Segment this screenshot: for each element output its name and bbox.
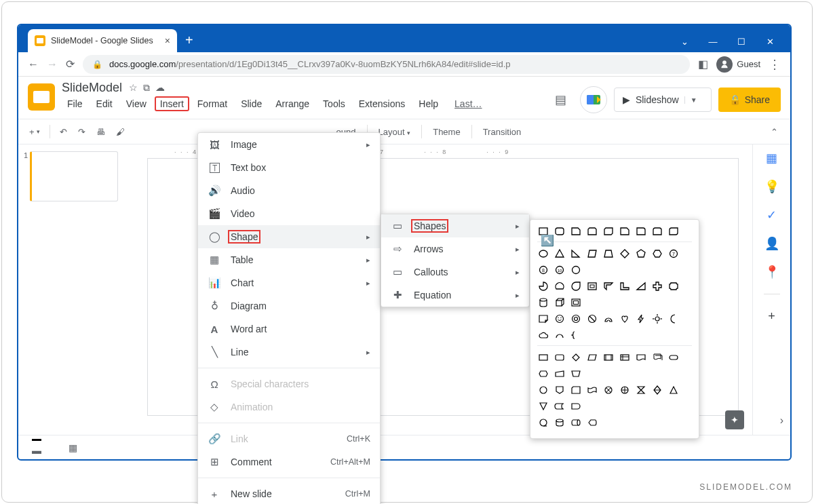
- shape-parallelogram[interactable]: [586, 248, 598, 260]
- shape-chord[interactable]: [554, 280, 566, 292]
- shape-octagon[interactable]: 8: [537, 264, 549, 276]
- redo-icon[interactable]: ↷: [74, 124, 90, 140]
- shape-cube[interactable]: [554, 296, 566, 309]
- shape-equation[interactable]: ✚Equation: [381, 284, 529, 307]
- shape-flow-tape[interactable]: [586, 384, 598, 396]
- insert-new-slide[interactable]: +New slideCtrl+M: [198, 482, 380, 504]
- insert-wordart[interactable]: AWord art: [198, 317, 380, 341]
- filmstrip-view-icon[interactable]: ▬: [32, 439, 41, 456]
- shape-flow-magdisk[interactable]: [554, 416, 566, 429]
- shape-donut[interactable]: [570, 313, 582, 325]
- window-minimize-icon[interactable]: —: [705, 37, 721, 47]
- explore-button[interactable]: ✦: [725, 410, 744, 429]
- window-chevron-icon[interactable]: ⌄: [676, 37, 693, 47]
- tab-window-icon[interactable]: ◧: [698, 58, 708, 71]
- shape-frame[interactable]: [586, 280, 598, 292]
- shape-snip-round[interactable]: [619, 225, 631, 237]
- shape-bevel[interactable]: [570, 296, 582, 309]
- meet-button[interactable]: [580, 86, 607, 113]
- menu-help[interactable]: Help: [413, 96, 444, 111]
- shape-rounded-rectangle[interactable]: [554, 225, 566, 237]
- shape-flow-collate[interactable]: [635, 384, 647, 396]
- shape-flow-seq[interactable]: [537, 416, 549, 429]
- star-icon[interactable]: ☆: [129, 82, 138, 94]
- grid-view-icon[interactable]: ▦: [69, 442, 77, 453]
- shape-smile[interactable]: [554, 313, 566, 325]
- slides-logo-icon[interactable]: [28, 83, 55, 111]
- shape-flow-card[interactable]: [570, 384, 582, 396]
- print-icon[interactable]: 🖶: [92, 124, 109, 140]
- shape-cloud[interactable]: [537, 329, 549, 341]
- menu-view[interactable]: View: [121, 96, 152, 111]
- insert-diagram[interactable]: ♁Diagram: [198, 294, 380, 317]
- shape-teardrop[interactable]: [570, 280, 582, 292]
- shape-snip-same[interactable]: [586, 225, 598, 237]
- keep-icon[interactable]: 💡: [765, 180, 779, 193]
- shape-oval[interactable]: [537, 248, 549, 260]
- window-close-icon[interactable]: ✕: [762, 37, 778, 47]
- nav-back-icon[interactable]: ←: [28, 58, 39, 71]
- shape-flow-internal[interactable]: [619, 351, 631, 364]
- shape-pentagon[interactable]: [635, 248, 647, 260]
- shape-flow-direct[interactable]: [570, 416, 582, 429]
- share-button[interactable]: 🔒 Share: [718, 88, 781, 112]
- menu-edit[interactable]: Edit: [91, 96, 118, 111]
- shape-heart[interactable]: [619, 313, 631, 325]
- insert-comment[interactable]: ⊞CommentCtrl+Alt+M: [198, 450, 380, 473]
- shape-flow-manual-op[interactable]: [570, 368, 582, 380]
- shape-moon[interactable]: [667, 313, 680, 325]
- shape-pie[interactable]: [537, 280, 549, 292]
- menu-slide[interactable]: Slide: [235, 96, 267, 111]
- shape-trapezoid[interactable]: [602, 248, 615, 260]
- shape-l[interactable]: [619, 280, 631, 292]
- shape-flow-or[interactable]: [619, 384, 631, 396]
- shape-flow-summing[interactable]: [602, 384, 615, 396]
- tab-close-icon[interactable]: ×: [165, 35, 170, 46]
- shape-diamond[interactable]: [619, 248, 631, 260]
- insert-image[interactable]: 🖼Image: [198, 133, 380, 156]
- window-maximize-icon[interactable]: ☐: [733, 37, 750, 47]
- shape-snip-diag[interactable]: [602, 225, 615, 237]
- shape-heptagon[interactable]: 7: [667, 248, 680, 260]
- shape-no[interactable]: [586, 313, 598, 325]
- shape-sun[interactable]: [651, 313, 663, 325]
- browser-menu-icon[interactable]: ⋮: [769, 57, 781, 72]
- shape-diagonal[interactable]: [635, 280, 647, 292]
- browser-tab[interactable]: SlideModel - Google Slides ×: [28, 29, 177, 52]
- insert-line[interactable]: ╲Line: [198, 341, 380, 364]
- insert-table[interactable]: ▦Table: [198, 248, 380, 271]
- shape-snip-single[interactable]: [570, 225, 582, 237]
- insert-textbox[interactable]: 🅃Text box: [198, 156, 380, 179]
- shape-round-same[interactable]: [651, 225, 663, 237]
- toolbar-theme[interactable]: Theme: [427, 124, 465, 140]
- maps-icon[interactable]: 📍: [765, 265, 779, 279]
- shape-flow-display[interactable]: [586, 416, 598, 429]
- paint-format-icon[interactable]: 🖌: [112, 124, 129, 140]
- nav-forward-icon[interactable]: →: [47, 58, 58, 71]
- shape-block-arc[interactable]: [602, 313, 615, 325]
- menu-tools[interactable]: Tools: [317, 96, 351, 111]
- address-bar[interactable]: 🔒 docs.google.com/presentation/d/1Eg0Di1…: [83, 55, 690, 74]
- shape-flow-preparation[interactable]: [537, 368, 549, 380]
- shape-flow-alt[interactable]: [554, 351, 566, 364]
- insert-shape[interactable]: ◯Shape: [198, 225, 380, 248]
- profile-chip[interactable]: Guest: [716, 56, 760, 73]
- insert-video[interactable]: 🎬Video: [198, 202, 380, 225]
- shape-hexagon[interactable]: [651, 248, 663, 260]
- shape-flow-merge[interactable]: [537, 400, 549, 412]
- shape-lightning[interactable]: [635, 313, 647, 325]
- shape-plaque[interactable]: [667, 280, 680, 292]
- shape-flow-terminator[interactable]: [667, 351, 680, 364]
- side-panel-collapse-icon[interactable]: ›: [780, 414, 783, 427]
- menu-file[interactable]: File: [62, 96, 88, 111]
- slideshow-button[interactable]: ▶ Slideshow ▼: [614, 88, 712, 112]
- menu-arrange[interactable]: Arrange: [270, 96, 315, 111]
- insert-audio[interactable]: 🔊Audio: [198, 179, 380, 202]
- shape-right-triangle[interactable]: [570, 248, 582, 260]
- shape-flow-predefined[interactable]: [602, 351, 615, 364]
- menu-last-edit[interactable]: Last…: [449, 96, 487, 111]
- new-slide-button[interactable]: + ▾: [25, 124, 44, 140]
- shape-flow-document[interactable]: [635, 351, 647, 364]
- menu-insert[interactable]: Insert: [155, 96, 189, 111]
- shape-cross[interactable]: [651, 280, 663, 292]
